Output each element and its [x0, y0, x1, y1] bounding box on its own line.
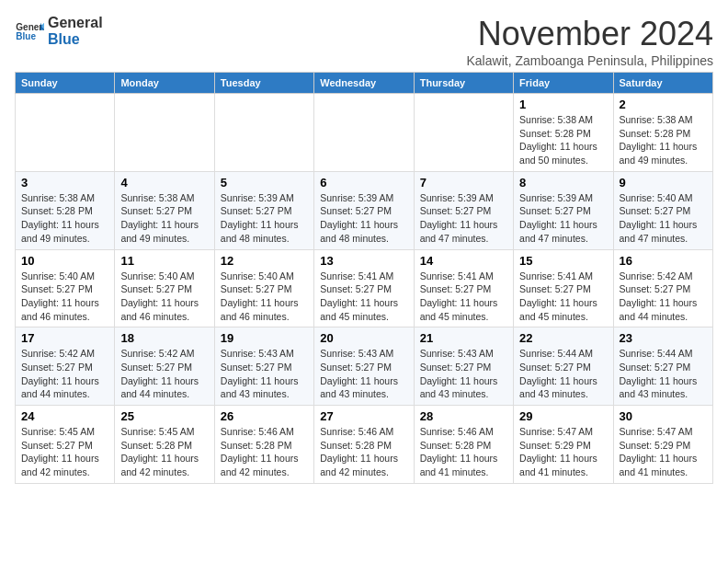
day-number: 12	[221, 254, 308, 268]
calendar-table: SundayMondayTuesdayWednesdayThursdayFrid…	[15, 72, 713, 484]
day-detail: Sunrise: 5:47 AMSunset: 5:29 PMDaylight:…	[620, 425, 707, 479]
day-number: 22	[519, 331, 607, 345]
calendar-cell: 13Sunrise: 5:41 AMSunset: 5:27 PMDayligh…	[314, 249, 414, 327]
calendar-cell: 4Sunrise: 5:38 AMSunset: 5:27 PMDaylight…	[115, 171, 214, 249]
calendar-cell: 23Sunrise: 5:44 AMSunset: 5:27 PMDayligh…	[613, 327, 712, 406]
weekday-header: Thursday	[414, 73, 513, 94]
weekday-header: Monday	[115, 73, 214, 94]
day-number: 9	[620, 176, 707, 190]
calendar-cell: 2Sunrise: 5:38 AMSunset: 5:28 PMDaylight…	[613, 94, 712, 172]
calendar-cell: 11Sunrise: 5:40 AMSunset: 5:27 PMDayligh…	[115, 249, 214, 327]
calendar-cell: 26Sunrise: 5:46 AMSunset: 5:28 PMDayligh…	[214, 406, 313, 484]
day-number: 16	[620, 254, 707, 268]
calendar-cell	[314, 94, 414, 172]
day-number: 10	[21, 254, 108, 268]
logo: General Blue General Blue	[15, 15, 103, 47]
logo-icon: General Blue	[15, 17, 44, 46]
day-number: 23	[620, 331, 707, 345]
page-header: General Blue General Blue November 2024 …	[15, 15, 713, 68]
day-number: 4	[120, 176, 208, 190]
calendar-cell: 10Sunrise: 5:40 AMSunset: 5:27 PMDayligh…	[16, 249, 115, 327]
calendar-cell: 9Sunrise: 5:40 AMSunset: 5:27 PMDaylight…	[613, 171, 712, 249]
day-number: 21	[420, 331, 507, 345]
calendar-cell: 5Sunrise: 5:39 AMSunset: 5:27 PMDaylight…	[214, 171, 313, 249]
day-detail: Sunrise: 5:46 AMSunset: 5:28 PMDaylight:…	[420, 425, 507, 479]
day-detail: Sunrise: 5:43 AMSunset: 5:27 PMDaylight:…	[221, 347, 308, 401]
day-number: 6	[320, 176, 407, 190]
day-detail: Sunrise: 5:41 AMSunset: 5:27 PMDaylight:…	[519, 270, 607, 324]
calendar-cell: 8Sunrise: 5:39 AMSunset: 5:27 PMDaylight…	[514, 171, 613, 249]
day-number: 29	[519, 409, 607, 423]
weekday-header: Friday	[514, 73, 613, 94]
day-number: 15	[519, 254, 607, 268]
day-detail: Sunrise: 5:44 AMSunset: 5:27 PMDaylight:…	[620, 347, 707, 401]
calendar-cell	[214, 94, 313, 172]
day-detail: Sunrise: 5:42 AMSunset: 5:27 PMDaylight:…	[620, 270, 707, 324]
day-number: 28	[420, 409, 507, 423]
day-detail: Sunrise: 5:44 AMSunset: 5:27 PMDaylight:…	[519, 347, 607, 401]
day-number: 18	[120, 331, 208, 345]
day-detail: Sunrise: 5:43 AMSunset: 5:27 PMDaylight:…	[320, 347, 407, 401]
day-detail: Sunrise: 5:46 AMSunset: 5:28 PMDaylight:…	[320, 425, 407, 479]
day-number: 25	[120, 409, 208, 423]
day-detail: Sunrise: 5:42 AMSunset: 5:27 PMDaylight:…	[120, 347, 208, 401]
calendar-cell: 16Sunrise: 5:42 AMSunset: 5:27 PMDayligh…	[613, 249, 712, 327]
weekday-header: Sunday	[16, 73, 115, 94]
day-detail: Sunrise: 5:39 AMSunset: 5:27 PMDaylight:…	[420, 191, 507, 246]
day-number: 11	[120, 254, 208, 268]
day-number: 7	[420, 176, 507, 190]
weekday-header: Wednesday	[314, 73, 414, 94]
location: Kalawit, Zamboanga Peninsula, Philippine…	[467, 53, 714, 68]
weekday-header: Tuesday	[214, 73, 313, 94]
calendar-cell: 24Sunrise: 5:45 AMSunset: 5:27 PMDayligh…	[16, 406, 115, 484]
day-number: 3	[21, 176, 108, 190]
calendar-cell: 7Sunrise: 5:39 AMSunset: 5:27 PMDaylight…	[414, 171, 513, 249]
month-title: November 2024	[467, 15, 714, 53]
day-number: 20	[320, 331, 407, 345]
day-detail: Sunrise: 5:40 AMSunset: 5:27 PMDaylight:…	[21, 270, 108, 324]
day-detail: Sunrise: 5:45 AMSunset: 5:27 PMDaylight:…	[21, 425, 108, 479]
title-block: November 2024 Kalawit, Zamboanga Peninsu…	[467, 15, 714, 68]
calendar-row: 3Sunrise: 5:38 AMSunset: 5:28 PMDaylight…	[16, 171, 713, 249]
day-detail: Sunrise: 5:39 AMSunset: 5:27 PMDaylight:…	[221, 191, 308, 246]
calendar-cell: 12Sunrise: 5:40 AMSunset: 5:27 PMDayligh…	[214, 249, 313, 327]
svg-text:Blue: Blue	[16, 31, 36, 41]
day-detail: Sunrise: 5:42 AMSunset: 5:27 PMDaylight:…	[21, 347, 108, 401]
calendar-row: 17Sunrise: 5:42 AMSunset: 5:27 PMDayligh…	[16, 327, 713, 406]
day-detail: Sunrise: 5:38 AMSunset: 5:28 PMDaylight:…	[21, 191, 108, 246]
calendar-cell: 25Sunrise: 5:45 AMSunset: 5:28 PMDayligh…	[115, 406, 214, 484]
day-number: 27	[320, 409, 407, 423]
calendar-cell: 21Sunrise: 5:43 AMSunset: 5:27 PMDayligh…	[414, 327, 513, 406]
calendar-cell: 6Sunrise: 5:39 AMSunset: 5:27 PMDaylight…	[314, 171, 414, 249]
calendar-cell: 27Sunrise: 5:46 AMSunset: 5:28 PMDayligh…	[314, 406, 414, 484]
logo-blue: Blue	[48, 31, 103, 48]
day-number: 24	[21, 409, 108, 423]
day-number: 13	[320, 254, 407, 268]
day-detail: Sunrise: 5:46 AMSunset: 5:28 PMDaylight:…	[221, 425, 308, 479]
day-detail: Sunrise: 5:40 AMSunset: 5:27 PMDaylight:…	[120, 270, 208, 324]
day-number: 14	[420, 254, 507, 268]
day-detail: Sunrise: 5:45 AMSunset: 5:28 PMDaylight:…	[120, 425, 208, 479]
day-number: 1	[519, 98, 607, 111]
calendar-cell: 18Sunrise: 5:42 AMSunset: 5:27 PMDayligh…	[115, 327, 214, 406]
day-detail: Sunrise: 5:39 AMSunset: 5:27 PMDaylight:…	[519, 191, 607, 246]
day-detail: Sunrise: 5:41 AMSunset: 5:27 PMDaylight:…	[420, 270, 507, 324]
calendar-cell	[115, 94, 214, 172]
day-detail: Sunrise: 5:38 AMSunset: 5:28 PMDaylight:…	[519, 113, 607, 167]
calendar-cell: 20Sunrise: 5:43 AMSunset: 5:27 PMDayligh…	[314, 327, 414, 406]
day-number: 5	[221, 176, 308, 190]
calendar-cell: 30Sunrise: 5:47 AMSunset: 5:29 PMDayligh…	[613, 406, 712, 484]
day-detail: Sunrise: 5:40 AMSunset: 5:27 PMDaylight:…	[221, 270, 308, 324]
calendar-cell: 29Sunrise: 5:47 AMSunset: 5:29 PMDayligh…	[514, 406, 613, 484]
day-detail: Sunrise: 5:38 AMSunset: 5:28 PMDaylight:…	[620, 113, 707, 167]
calendar-cell: 19Sunrise: 5:43 AMSunset: 5:27 PMDayligh…	[214, 327, 313, 406]
calendar-cell	[16, 94, 115, 172]
calendar-cell: 15Sunrise: 5:41 AMSunset: 5:27 PMDayligh…	[514, 249, 613, 327]
day-detail: Sunrise: 5:38 AMSunset: 5:27 PMDaylight:…	[120, 191, 208, 246]
calendar-cell: 17Sunrise: 5:42 AMSunset: 5:27 PMDayligh…	[16, 327, 115, 406]
calendar-cell: 3Sunrise: 5:38 AMSunset: 5:28 PMDaylight…	[16, 171, 115, 249]
calendar-row: 24Sunrise: 5:45 AMSunset: 5:27 PMDayligh…	[16, 406, 713, 484]
calendar-row: 10Sunrise: 5:40 AMSunset: 5:27 PMDayligh…	[16, 249, 713, 327]
day-number: 17	[21, 331, 108, 345]
weekday-header: Saturday	[613, 73, 712, 94]
